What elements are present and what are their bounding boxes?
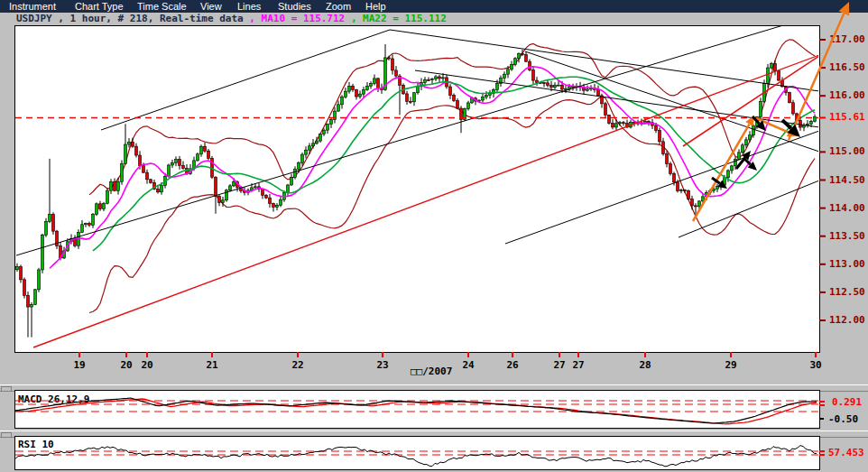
macd-panel[interactable] xyxy=(14,390,820,429)
y-axis-label: 113.00 xyxy=(829,259,865,270)
y-axis-label: 114.50 xyxy=(829,175,865,186)
menu-view[interactable]: View xyxy=(200,1,222,12)
y-axis-label: 113.50 xyxy=(829,231,865,242)
y-axis-label: 112.00 xyxy=(829,315,865,326)
menu-help[interactable]: Help xyxy=(365,1,386,12)
x-axis-date-label: □□/2007 xyxy=(411,366,452,377)
macd-current-value: 0.291 xyxy=(832,397,862,408)
x-axis-label: 28 xyxy=(639,360,651,371)
app-window: InstrumentChart TypeTime ScaleViewLinesS… xyxy=(0,0,868,472)
x-axis-label: 29 xyxy=(725,360,736,371)
chart-title-ma10-value: , MA10 = 115.712 xyxy=(249,13,351,24)
menu-zoom[interactable]: Zoom xyxy=(326,1,351,12)
y-axis-label: 116.00 xyxy=(829,90,865,101)
chart-title-main: USDJPY , 1 hour, # 218, Real-time data xyxy=(16,13,249,24)
menu-instrument[interactable]: Instrument xyxy=(9,1,56,12)
y-axis-label: 116.50 xyxy=(829,62,865,73)
menu-lines[interactable]: Lines xyxy=(237,1,261,12)
y-axis-label: 117.00 xyxy=(829,34,865,45)
rsi-current-value: 57.453 xyxy=(828,448,864,458)
x-axis-label: 24 xyxy=(462,360,474,371)
x-axis-label: 27 xyxy=(553,360,565,371)
splitter-grip[interactable] xyxy=(1,386,12,392)
x-axis-label: 21 xyxy=(206,360,217,371)
menu-bar: InstrumentChart TypeTime ScaleViewLinesS… xyxy=(0,0,868,13)
y-axis-label: 112.50 xyxy=(829,287,865,298)
chart-title: USDJPY , 1 hour, # 218, Real-time data ,… xyxy=(16,13,447,25)
x-axis-label: 20 xyxy=(141,360,152,371)
x-axis-label: 22 xyxy=(291,360,303,371)
x-axis-label: 20 xyxy=(120,360,132,371)
x-axis-label: 23 xyxy=(376,360,388,371)
chart-title-ma22-value: , MA22 = 115.112 xyxy=(351,13,447,24)
x-axis-label: 26 xyxy=(506,360,518,371)
y-axis-label: 115.00 xyxy=(829,146,865,157)
rsi-label: RSI 10 xyxy=(18,440,54,450)
splitter-grip[interactable] xyxy=(1,432,12,438)
menu-time-scale[interactable]: Time Scale xyxy=(137,1,187,12)
menu-studies[interactable]: Studies xyxy=(278,1,311,12)
y-axis-label: 115.61 xyxy=(829,112,865,123)
x-axis-label: 19 xyxy=(73,360,85,371)
macd-axis-value: -0.50 xyxy=(828,414,858,425)
x-axis-label: 27 xyxy=(572,360,584,371)
menu-chart-type[interactable]: Chart Type xyxy=(75,1,124,12)
rsi-panel[interactable] xyxy=(14,436,820,470)
macd-label: MACD 26,12,9 xyxy=(18,394,89,405)
price-chart-panel[interactable] xyxy=(14,25,820,353)
x-axis-label: 30 xyxy=(809,360,821,371)
y-axis-label: 114.00 xyxy=(829,203,865,214)
